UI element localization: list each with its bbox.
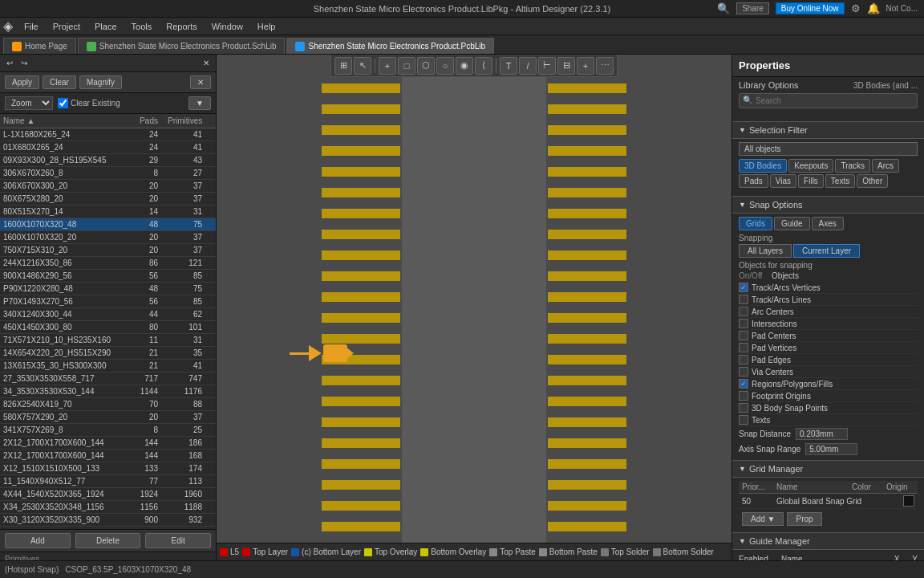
snap-checkbox-track-lines[interactable] [739,295,748,304]
menu-file[interactable]: File [18,20,45,33]
list-item[interactable]: 580X757X290_20 20 37 [0,411,216,424]
more-btn[interactable]: ⋯ [596,57,614,75]
line-btn[interactable]: / [519,57,537,75]
route-btn[interactable]: + [379,57,396,75]
snap-checkbox-regions[interactable] [739,379,748,389]
layer-l5[interactable]: L5 [220,547,239,556]
notifications-icon[interactable]: 🔔 [867,2,880,14]
list-item[interactable]: 341X757X269_8 8 25 [0,424,216,437]
snap-checkbox-3d-snap-points[interactable] [739,403,748,413]
list-item[interactable]: X30_3120X3520X335_900 900 932 [0,514,216,527]
search-input[interactable] [739,93,918,108]
menu-project[interactable]: Project [47,20,87,33]
list-item[interactable]: 34_3530X3530X530_144 1144 1176 [0,385,216,398]
share-button[interactable]: Share [736,2,769,14]
col-header-primitives[interactable]: Primitives [164,116,209,126]
snap-options-header[interactable]: ▼ Snap Options [732,196,924,214]
filter-vias[interactable]: Vias [770,174,796,188]
select-btn[interactable]: ↖ [354,57,371,75]
list-item[interactable]: 09X93X300_28_HS195X545 29 43 [0,154,216,167]
grid-manager-header[interactable]: ▼ Grid Manager [732,460,924,478]
grid-prop-button[interactable]: Prop [787,512,821,526]
list-item[interactable]: 244X1216X350_86 86 121 [0,257,216,270]
filter-dropdown[interactable]: ▼ [188,96,211,110]
list-item[interactable]: L-1X1680X265_24 24 41 [0,128,216,141]
list-item[interactable]: 450X1450X300_80 80 101 [0,321,216,334]
list-item[interactable]: P70X1493X270_56 56 85 [0,295,216,308]
snap-tab-axes[interactable]: Axes [812,217,844,230]
filter-pads[interactable]: Pads [739,174,768,188]
list-item[interactable]: 80X515X270_14 14 31 [0,206,216,218]
place-fill-btn[interactable]: ◉ [456,57,473,75]
layer-top[interactable]: Top Layer [242,547,288,556]
text-btn[interactable]: T [500,57,517,75]
delete-button[interactable]: Delete [75,533,141,548]
place-track-btn[interactable]: ⬡ [417,57,435,75]
list-item[interactable]: X12_1510X1510X500_133 133 174 [0,462,216,475]
redo-button[interactable]: ↪ [18,58,30,68]
menu-place[interactable]: Place [88,20,124,33]
list-item[interactable]: 01X680X265_24 24 41 [0,141,216,154]
menu-window[interactable]: Window [205,20,249,33]
apply-button[interactable]: Apply [5,75,39,89]
zoom-fit-btn[interactable]: ⊟ [557,57,575,75]
list-item[interactable]: 306X670X300_20 20 37 [0,180,216,193]
grid-data-row[interactable]: 50 Global Board Snap Grid [739,494,918,509]
layer-bottom-overlay[interactable]: Bottom Overlay [420,547,486,556]
list-item[interactable]: 14X654X220_20_HS515X290 21 35 [0,347,216,360]
guide-manager-header[interactable]: ▼ Guide Manager [732,532,924,550]
list-item[interactable]: 826X2540X419_70 70 88 [0,398,216,411]
list-item[interactable]: 750X715X310_20 20 37 [0,244,216,257]
all-objects-button[interactable]: All objects [739,142,918,156]
place-pad-btn[interactable]: □ [398,57,415,75]
list-item[interactable]: 13X615X35_30_HS300X300 21 41 [0,360,216,372]
list-item[interactable]: 340X1240X300_44 44 62 [0,308,216,321]
axis-snap-range-input[interactable] [805,443,857,455]
selection-filter-header[interactable]: ▼ Selection Filter [732,121,924,139]
col-header-pads[interactable]: Pads [124,116,164,126]
col-header-name[interactable]: Name ▲ [0,116,124,126]
snap-checkbox-via-centers[interactable] [739,367,748,377]
layer-top-paste[interactable]: Top Paste [489,547,535,556]
list-item[interactable]: X34_2530X3520X348_1156 1156 1188 [0,501,216,514]
add-button[interactable]: Add [5,533,71,548]
list-item[interactable]: 71X571X210_10_HS235X160 11 31 [0,334,216,347]
snap-distance-input[interactable] [796,428,848,440]
snap-tab-guide[interactable]: Guide [774,217,810,230]
tab-homepage[interactable]: Home Page [3,38,76,54]
snap-tab-grids[interactable]: Grids [739,217,772,230]
snap-checkbox-pad-centers[interactable] [739,331,748,340]
filter-texts[interactable]: Texts [825,174,855,188]
layer-bottom-paste[interactable]: Bottom Paste [539,547,598,556]
magnify-button[interactable]: Magnify [79,75,122,89]
buy-online-button[interactable]: Buy Online Now [776,2,845,14]
current-layer-btn[interactable]: Current Layer [793,244,860,258]
snap-checkbox-pad-edges[interactable] [739,355,748,364]
edit-button[interactable]: Edit [145,533,211,548]
snap-checkbox-footprint-origins[interactable] [739,391,748,401]
list-item[interactable]: 306X670X260_8 8 27 [0,167,216,180]
snap-btn[interactable]: ⟨ [475,57,492,75]
layer-top-overlay[interactable]: Top Overlay [364,547,417,556]
snap-checkbox-texts[interactable] [739,415,748,425]
close-panel-button[interactable]: ✕ [200,58,213,68]
list-item[interactable]: 1600X1070X320_20 20 37 [0,231,216,244]
list-item[interactable]: P90X1220X280_48 48 75 [0,283,216,295]
list-item[interactable]: 4X44_1540X520X365_1924 1924 1960 [0,488,216,501]
all-layers-btn[interactable]: All Layers [739,244,792,258]
menu-help[interactable]: Help [251,20,282,33]
measure-btn[interactable]: ⊢ [538,57,556,75]
grid-add-button[interactable]: Add ▼ [742,512,784,526]
filter-3d-bodies[interactable]: 3D Bodies [739,159,787,173]
place-arc-btn[interactable]: ○ [436,57,454,75]
filter-tracks[interactable]: Tracks [835,159,870,173]
snap-checkbox-arc-centers[interactable] [739,307,748,316]
filter-toolbar-btn[interactable]: ⊞ [334,57,352,75]
menu-tools[interactable]: Tools [125,20,159,33]
tab-schlib[interactable]: Shenzhen State Micro Electronics Product… [78,38,286,54]
close-button[interactable]: ✕ [190,75,211,89]
zoom-select[interactable]: Zoom [5,96,53,110]
list-item[interactable]: 27_3530X3530X558_717 717 747 [0,372,216,385]
layer-bottom[interactable]: (c) Bottom Layer [291,547,361,556]
snap-checkbox-track-vertices[interactable] [739,283,748,292]
